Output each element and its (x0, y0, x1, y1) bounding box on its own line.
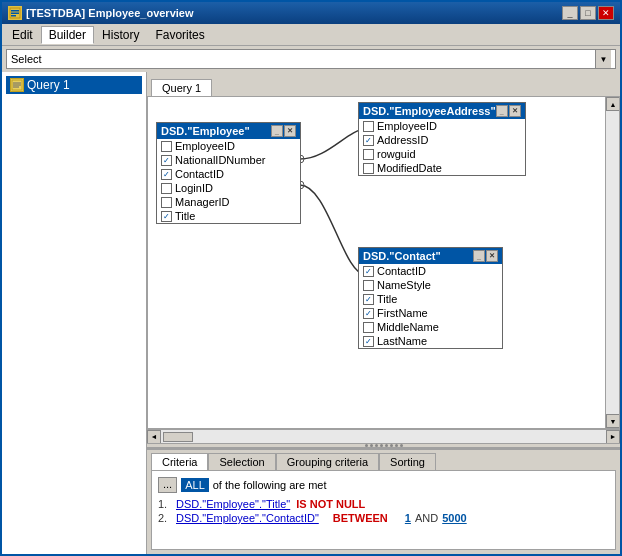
field-contact-firstname[interactable]: ✓ FirstName (359, 306, 502, 320)
criteria-row2-and: AND (415, 512, 438, 524)
criteria-header: ... ALL of the following are met (158, 477, 609, 493)
criteria-row-1: 1. DSD."Employee"."Title" IS NOT NULL (158, 497, 609, 511)
criteria-tab-bar: Criteria Selection Grouping criteria Sor… (147, 450, 620, 470)
tree-item-label: Query 1 (27, 78, 70, 92)
field-ea-rowguid[interactable]: rowguid (359, 147, 525, 161)
criteria-ellipsis-btn[interactable]: ... (158, 477, 177, 493)
dropdown-arrow-icon[interactable]: ▼ (595, 50, 611, 68)
main-window: [TESTDBA] Employee_overview _ □ ✕ Edit B… (0, 0, 622, 556)
right-panel: Query 1 (147, 72, 620, 554)
table-contact-header[interactable]: DSD."Contact" _ ✕ (359, 248, 502, 264)
left-panel: Query 1 (2, 72, 147, 554)
field-employee-managerid[interactable]: ManagerID (157, 195, 300, 209)
criteria-row2-val1 (398, 512, 401, 524)
field-employee-title[interactable]: ✓ Title (157, 209, 300, 223)
criteria-row-2: 2. DSD."Employee"."ContactID" BETWEEN 1 … (158, 511, 609, 525)
vscroll-up-btn[interactable]: ▲ (606, 97, 620, 111)
checkbox-ea-addressid[interactable]: ✓ (363, 135, 374, 146)
field-employee-nationalidnumber[interactable]: ✓ NationalIDNumber (157, 153, 300, 167)
checkbox-employee-contactid[interactable]: ✓ (161, 169, 172, 180)
svg-rect-2 (11, 13, 19, 15)
field-ea-employeeid[interactable]: EmployeeID (359, 119, 525, 133)
hscroll-track[interactable] (161, 430, 606, 444)
vscroll-down-btn[interactable]: ▼ (606, 414, 620, 428)
criteria-row2-value2[interactable]: 5000 (442, 512, 466, 524)
criteria-header-suffix: of the following are met (213, 479, 327, 491)
menu-builder[interactable]: Builder (41, 26, 94, 44)
window-title: [TESTDBA] Employee_overview (26, 7, 194, 19)
table-contact-header-btns: _ ✕ (473, 250, 498, 262)
hscroll-thumb[interactable] (163, 432, 193, 442)
table-employee-title: DSD."Employee" (161, 125, 250, 137)
table-employee-min-btn[interactable]: _ (271, 125, 283, 137)
checkbox-contact-middlename[interactable] (363, 322, 374, 333)
canvas-tab-query1[interactable]: Query 1 (151, 79, 212, 96)
tree-view: Query 1 (2, 72, 146, 554)
criteria-row2-value1[interactable]: 1 (405, 512, 411, 524)
canvas-tab-bar: Query 1 (147, 72, 620, 96)
field-ea-modifieddate[interactable]: ModifiedDate (359, 161, 525, 175)
criteria-row2-num: 2. (158, 512, 176, 524)
checkbox-ea-modifieddate[interactable] (363, 163, 374, 174)
criteria-row1-field[interactable]: DSD."Employee"."Title" (176, 498, 290, 510)
checkbox-contact-namestyle[interactable] (363, 280, 374, 291)
criteria-all-badge[interactable]: ALL (181, 478, 209, 492)
canvas-vscrollbar: ▲ ▼ (605, 97, 619, 428)
select-label: Select (11, 53, 42, 65)
menu-edit[interactable]: Edit (4, 26, 41, 44)
checkbox-employee-managerid[interactable] (161, 197, 172, 208)
toolbar: Select ▼ (2, 46, 620, 72)
tab-grouping[interactable]: Grouping criteria (276, 453, 379, 470)
tree-item-query1[interactable]: Query 1 (6, 76, 142, 94)
checkbox-employee-title[interactable]: ✓ (161, 211, 172, 222)
field-ea-addressid[interactable]: ✓ AddressID (359, 133, 525, 147)
hscroll-left-btn[interactable]: ◄ (147, 430, 161, 444)
table-employeeaddress-close-btn[interactable]: ✕ (509, 105, 521, 117)
field-contact-namestyle[interactable]: NameStyle (359, 278, 502, 292)
field-contact-middlename[interactable]: MiddleName (359, 320, 502, 334)
field-contact-lastname[interactable]: ✓ LastName (359, 334, 502, 348)
checkbox-contact-lastname[interactable]: ✓ (363, 336, 374, 347)
minimize-button[interactable]: _ (562, 6, 578, 20)
criteria-panel: Criteria Selection Grouping criteria Sor… (147, 448, 620, 554)
select-dropdown[interactable]: Select ▼ (6, 49, 616, 69)
table-employee: DSD."Employee" _ ✕ EmployeeID ✓ National… (156, 122, 301, 224)
menu-favorites[interactable]: Favorites (147, 26, 212, 44)
hscroll-right-btn[interactable]: ► (606, 430, 620, 444)
table-employeeaddress-min-btn[interactable]: _ (496, 105, 508, 117)
checkbox-ea-employeeid[interactable] (363, 121, 374, 132)
titlebar-left: [TESTDBA] Employee_overview (8, 6, 194, 20)
field-employee-contactid[interactable]: ✓ ContactID (157, 167, 300, 181)
resize-dots (365, 444, 403, 447)
table-employee-header[interactable]: DSD."Employee" _ ✕ (157, 123, 300, 139)
main-area: Query 1 Query 1 (2, 72, 620, 554)
table-employee-close-btn[interactable]: ✕ (284, 125, 296, 137)
tab-criteria[interactable]: Criteria (151, 453, 208, 470)
checkbox-employee-nationalidnumber[interactable]: ✓ (161, 155, 172, 166)
table-contact-min-btn[interactable]: _ (473, 250, 485, 262)
close-button[interactable]: ✕ (598, 6, 614, 20)
field-employee-employeeid[interactable]: EmployeeID (157, 139, 300, 153)
table-contact-close-btn[interactable]: ✕ (486, 250, 498, 262)
checkbox-contact-title[interactable]: ✓ (363, 294, 374, 305)
vscroll-track[interactable] (606, 111, 619, 414)
checkbox-ea-rowguid[interactable] (363, 149, 374, 160)
checkbox-employee-employeeid[interactable] (161, 141, 172, 152)
field-contact-contactid[interactable]: ✓ ContactID (359, 264, 502, 278)
checkbox-contact-contactid[interactable]: ✓ (363, 266, 374, 277)
checkbox-contact-firstname[interactable]: ✓ (363, 308, 374, 319)
criteria-row1-num: 1. (158, 498, 176, 510)
checkbox-employee-loginid[interactable] (161, 183, 172, 194)
criteria-row2-field[interactable]: DSD."Employee"."ContactID" (176, 512, 319, 524)
canvas-hscrollbar: ◄ ► (147, 429, 620, 443)
titlebar: [TESTDBA] Employee_overview _ □ ✕ (2, 2, 620, 24)
table-contact-title: DSD."Contact" (363, 250, 441, 262)
tab-selection[interactable]: Selection (208, 453, 275, 470)
field-employee-loginid[interactable]: LoginID (157, 181, 300, 195)
tab-sorting[interactable]: Sorting (379, 453, 436, 470)
table-employeeaddress-header[interactable]: DSD."EmployeeAddress" _ ✕ (359, 103, 525, 119)
field-contact-title[interactable]: ✓ Title (359, 292, 502, 306)
query-canvas: DSD."Employee" _ ✕ EmployeeID ✓ National… (147, 96, 620, 429)
maximize-button[interactable]: □ (580, 6, 596, 20)
menu-history[interactable]: History (94, 26, 147, 44)
